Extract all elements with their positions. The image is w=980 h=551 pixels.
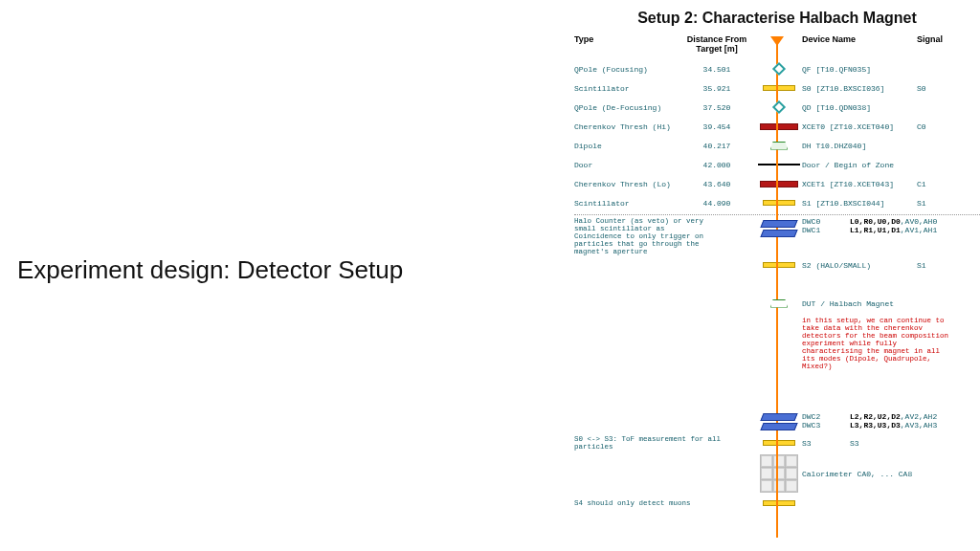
scintillator-shape <box>763 262 795 268</box>
scintillator-shape <box>763 440 795 446</box>
row-distance: 35.921 <box>678 84 756 93</box>
halo-note: Halo Counter (as veto) or very small sci… <box>574 217 718 255</box>
tof-note: S0 <-> S3: ToF measurement for all parti… <box>574 435 727 451</box>
s4-note: S4 should only detect muons <box>574 499 756 507</box>
row-type: QPole (De-Focusing) <box>574 103 678 112</box>
row-type: QPole (Focusing) <box>574 65 678 74</box>
row-distance: 39.454 <box>678 122 756 131</box>
s3-device: S3 <box>802 439 850 448</box>
s2-signal: S1 <box>917 261 963 270</box>
dwc1-sig: L1,R1,U1,D1 <box>850 226 901 234</box>
calorimeter-shape <box>760 454 798 493</box>
scintillator-shape <box>763 500 795 506</box>
dwc-shape <box>760 220 797 228</box>
row-type: Door <box>574 161 678 169</box>
row-shape <box>756 123 802 130</box>
dwc0-label: DWC0 <box>802 217 850 226</box>
setup-title: Setup 2: Characterise Halbach Magnet <box>574 6 980 34</box>
row-type: Dipole <box>574 142 678 150</box>
row-shape <box>756 102 802 112</box>
dwc3-sig: L3,R3,U3,D3 <box>850 421 901 430</box>
dut-shape <box>770 299 788 308</box>
row-shape <box>756 64 802 74</box>
row-shape <box>756 142 802 150</box>
row-device: Door / Begin of Zone <box>802 161 917 169</box>
slide-title: Experiment design: Detector Setup <box>17 255 403 285</box>
beamline-diagram: Setup 2: Characterise Halbach Magnet Typ… <box>574 6 980 551</box>
row-device: DH T10.DHZ040] <box>802 142 917 150</box>
row-device: QF [T10.QFN035] <box>802 65 917 74</box>
row-type: Cherenkov Thresh (Lo) <box>574 180 678 188</box>
row-shape <box>756 164 802 165</box>
dwc-shape <box>760 423 797 430</box>
row-shape <box>756 85 802 91</box>
row-distance: 37.520 <box>678 103 756 112</box>
dwc2-label: DWC2 <box>802 412 850 421</box>
header-type: Type <box>574 34 678 54</box>
row-signal: C0 <box>917 122 963 131</box>
row-distance: 40.217 <box>678 142 756 150</box>
dwc3-label: DWC3 <box>802 421 850 430</box>
header-distance: Distance From Target [m] <box>678 34 756 54</box>
beam-arrow <box>770 36 784 46</box>
dut-device: DUT / Halbach Magnet <box>802 299 917 308</box>
row-type: Scintillator <box>574 84 678 93</box>
dwc0-sig: L0,R0,U0,D0 <box>850 217 901 226</box>
row-device: XCET0 [ZT10.XCET040] <box>802 122 917 131</box>
row-signal: S0 <box>917 84 963 93</box>
row-signal: C1 <box>917 180 963 188</box>
row-device: S0 [ZT10.BXSCI036] <box>802 84 917 93</box>
calo-device: Calorimeter CA0, ... CA8 <box>802 470 946 478</box>
header-device: Device Name <box>802 34 917 54</box>
dwc-shape <box>760 230 797 237</box>
s3-signal: S3 <box>850 439 907 448</box>
red-note: in this setup, we can continue to take d… <box>802 317 955 370</box>
row-distance: 34.501 <box>678 65 756 74</box>
dwc-shape <box>760 413 797 421</box>
row-device: XCET1 [ZT10.XCET043] <box>802 180 917 188</box>
row-type: Scintillator <box>574 199 678 208</box>
dwc2-sig: L2,R2,U2,D2 <box>850 412 901 421</box>
row-signal: S1 <box>917 199 963 208</box>
row-shape <box>756 200 802 206</box>
s2-device: S2 (HALO/SMALL) <box>802 261 917 270</box>
row-device: S1 [ZT10.BXSCI044] <box>802 199 917 208</box>
row-distance: 42.000 <box>678 161 756 169</box>
row-shape <box>756 181 802 187</box>
header-signal: Signal <box>917 34 963 54</box>
row-distance: 44.090 <box>678 199 756 208</box>
row-device: QD [T10.QDN038] <box>802 103 917 112</box>
dwc1-label: DWC1 <box>802 226 850 234</box>
beam-line <box>776 40 778 538</box>
row-type: Cherenkov Thresh (Hi) <box>574 122 678 131</box>
row-distance: 43.640 <box>678 180 756 188</box>
